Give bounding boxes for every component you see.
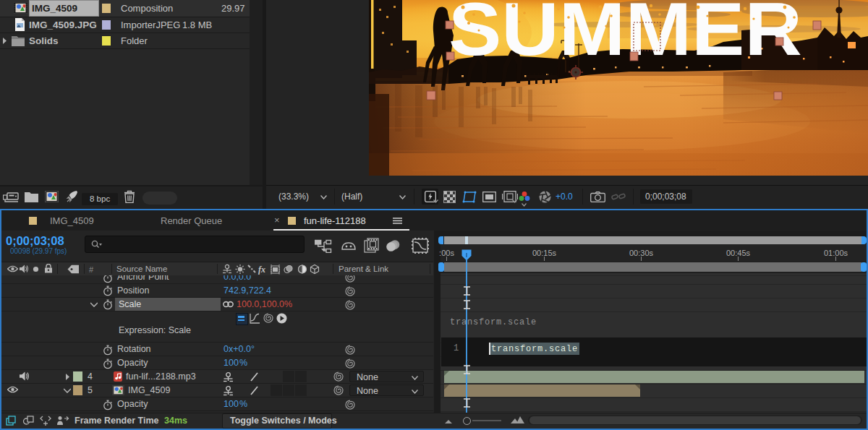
svg-text:fx: fx [258,265,265,275]
svg-text:SUMMER: SUMMER [448,0,802,71]
